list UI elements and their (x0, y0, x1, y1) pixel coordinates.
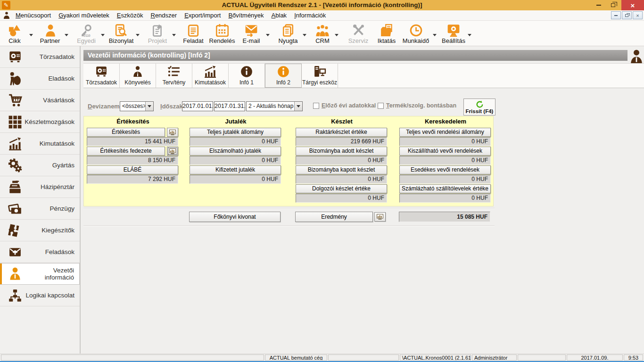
toolbar-button-crm[interactable]: CRM (311, 23, 334, 44)
raktarkeszlet-button[interactable]: Raktárkészlet értéke (296, 128, 387, 137)
toolbar-button-cikk[interactable]: Cikk (1, 23, 28, 44)
sidebar-item-penzugy[interactable]: Pénzügy (0, 198, 80, 220)
toolbar-button-beallitas[interactable]: Beállítás (439, 23, 468, 44)
toolbar-button-munkaido[interactable]: Munkaidő (400, 23, 431, 44)
toolbar-button-email[interactable]: E-mail (238, 23, 264, 44)
calendar-icon (207, 23, 237, 37)
eredmeny-button[interactable]: Eredmény (295, 212, 373, 222)
grid-icon (7, 115, 23, 129)
refresh-icon (476, 100, 484, 108)
toolbar-button-iktatas[interactable]: Iktatás (374, 23, 399, 44)
sidebar-item-keszletmozgasok[interactable]: Készletmozgások (0, 111, 80, 133)
mdi-restore-button[interactable] (622, 11, 632, 19)
sidebar-item-kimutatasok[interactable]: Kimutatások (0, 133, 80, 155)
sidebar-item-kiegeszitok[interactable]: Kiegészítők (0, 220, 80, 241)
value-field: 0 HUF (296, 194, 387, 203)
menu-menucsoport[interactable]: Menücsoport (12, 10, 55, 20)
toolbar-button-bizonylat[interactable]: Bizonylat (105, 23, 138, 44)
menu-informaciok[interactable]: Információk (290, 10, 330, 20)
chevron-down-icon[interactable] (335, 34, 339, 36)
teljes-jutalek-button[interactable]: Teljes jutalék állomány (190, 128, 281, 137)
menu-rendszer[interactable]: Rendszer (147, 10, 181, 20)
szamlazhato-szallitolevelek-button[interactable]: Számlázható szállítólevelek értéke (399, 184, 491, 193)
toolbar-button-partner[interactable]: Partner (36, 23, 64, 44)
monitor-gear-icon (439, 23, 468, 37)
toolbar-button-nyugta[interactable]: Nyugta (275, 23, 301, 44)
minimize-button[interactable] (592, 0, 606, 10)
elabe-button[interactable]: ELÁBÉ (87, 165, 178, 174)
chevron-down-icon[interactable] (65, 34, 68, 36)
checkbox-icon[interactable] (378, 103, 384, 109)
tab-terv-teny[interactable]: Terv/tény (156, 64, 192, 88)
status-date: 2017.01.09. (567, 354, 623, 361)
mdi-close-button[interactable]: × (633, 11, 643, 19)
value-field: 0 HUF (190, 175, 281, 184)
chevron-down-icon[interactable] (266, 34, 270, 36)
menu-bovitmenyek[interactable]: Bővítmények (224, 10, 267, 20)
toolbar-button-egyedi: 0110 Egyedi (73, 23, 99, 44)
teljes-vevoi-rendelesi-button[interactable]: Teljes vevői rendelési állomány (399, 128, 491, 137)
chart-detail-button[interactable] (374, 212, 386, 222)
tab-info-1[interactable]: Infó 1 (229, 64, 265, 88)
chevron-down-icon[interactable] (172, 34, 176, 36)
chart-detail-button[interactable] (167, 147, 178, 156)
ertekesites-button[interactable]: Értékesítés (87, 128, 165, 137)
toolbar-button-rendeles[interactable]: Rendelés (207, 23, 237, 44)
menu-export-import[interactable]: Export/import (181, 10, 224, 20)
refresh-button[interactable]: Frissít (F4) (463, 99, 495, 115)
chevron-down-icon[interactable] (29, 34, 33, 36)
chevron-down-icon[interactable] (145, 102, 153, 111)
restore-button[interactable] (606, 0, 620, 10)
sidebar-item-logikai-kapcsolat[interactable]: Logikai kapcsolat (0, 285, 80, 306)
envelope-up-icon (7, 246, 23, 258)
chevron-down-icon[interactable] (294, 102, 302, 111)
currency-dropdown[interactable]: <összes> (120, 101, 154, 111)
kifizetett-jutalek-button[interactable]: Kifizetett jutalék (190, 165, 281, 174)
chevron-down-icon[interactable] (136, 34, 140, 36)
sidebar-item-hazipenztar[interactable]: Házipénztár (0, 176, 80, 198)
period-dropdown[interactable]: 2 - Aktuális hónap (246, 101, 303, 111)
checkbox-icon[interactable] (313, 103, 319, 109)
menu-gyakori-muveletek[interactable]: Gyakori műveletek (55, 10, 113, 20)
menu-ablak[interactable]: Ablak (268, 10, 291, 20)
ertekesites-fedezete-button[interactable]: Értékesítés fedezete (87, 147, 165, 156)
elszamolhato-jutalek-button[interactable]: Elszámolható jutalék (190, 147, 281, 156)
toolbar-button-feladat[interactable]: Feladat (179, 23, 207, 44)
date-from-field[interactable]: 2017.01.01. (182, 101, 213, 111)
column-title: Kereskedelem (399, 118, 492, 125)
bizomanyba-adott-button[interactable]: Bizományba adott készlet (296, 147, 387, 156)
date-to-field[interactable]: 2017.01.31. (214, 101, 245, 111)
tab-konyveles[interactable]: Könyvelés (120, 64, 156, 88)
close-button[interactable]: × (621, 0, 644, 10)
dolgozoi-keszlet-button[interactable]: Dolgozói készlet értéke (296, 184, 387, 193)
fokonyvi-kivonat-button[interactable]: Főkönyvi kivonat (189, 212, 281, 222)
sidebar-item-torzsadatok[interactable]: Törzsadatok (0, 46, 80, 68)
sidebar-item-vasarlasok[interactable]: Vásárlások (0, 90, 80, 111)
sidebar-item-eladasok[interactable]: Eladások (0, 68, 80, 90)
chevron-down-icon[interactable] (468, 34, 471, 36)
prev-year-checkbox[interactable]: Előző évi adatokkal (313, 102, 376, 109)
chevron-down-icon[interactable] (433, 34, 437, 36)
app-window: ✎ ACTUAL Ügyviteli Rendszer 2.1 - [Vezet… (0, 0, 644, 362)
tab-torzsadatok[interactable]: Törzsadatok (83, 64, 120, 88)
tab-targyi-eszkoz[interactable]: Tárgyi eszköz (302, 64, 338, 88)
tab-info-2[interactable]: Infó 2 (265, 64, 302, 88)
computer-icon (313, 66, 326, 78)
window-title: ACTUAL Ügyviteli Rendszer 2.1 - [Vezetői… (0, 0, 644, 10)
esedekes-rendelesek-button[interactable]: Esedékes vevői rendelések (399, 165, 491, 174)
bizomanyba-kapott-button[interactable]: Bizományba kapott készlet (296, 165, 387, 174)
chevron-down-icon[interactable] (303, 34, 306, 36)
sidebar-item-vezetoi-informacio[interactable]: Vezetői információ (0, 263, 80, 285)
user-menu-icon[interactable] (3, 12, 10, 19)
sidebar-item-gyartas[interactable]: Gyártás (0, 155, 80, 176)
mdi-minimize-button[interactable] (611, 11, 621, 19)
breakdown-checkbox[interactable]: Termék/szolg. bontásban (378, 102, 456, 109)
tab-kimutatasok[interactable]: Kimutatások (192, 64, 229, 88)
kiszallithato-rendelesek-button[interactable]: Kiszállítható vevői rendelések (399, 147, 491, 156)
chart-detail-button[interactable] (167, 128, 178, 137)
chevron-down-icon[interactable] (101, 34, 105, 36)
sidebar-item-feladasok[interactable]: Feladások (0, 241, 80, 263)
title-bar: ✎ ACTUAL Ügyviteli Rendszer 2.1 - [Vezet… (0, 0, 644, 10)
menu-eszkozok[interactable]: Eszközök (113, 10, 147, 20)
value-field: 0 HUF (399, 194, 491, 203)
